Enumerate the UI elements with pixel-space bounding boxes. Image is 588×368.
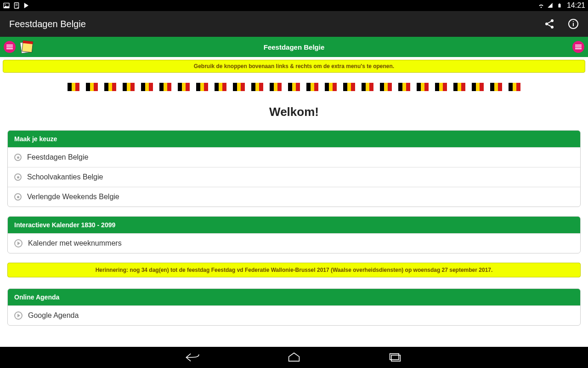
svg-point-1 xyxy=(5,4,6,5)
calendar-icon xyxy=(18,39,35,55)
belgium-flag-icon xyxy=(215,83,226,91)
section-online-agenda: Online Agenda Google Agenda xyxy=(7,288,581,326)
belgium-flag-icon xyxy=(159,83,171,91)
belgium-flag-icon xyxy=(123,83,135,91)
section-header: Maak je keuze xyxy=(8,131,580,147)
belgium-flag-icon xyxy=(251,83,263,91)
status-clock: 14:21 xyxy=(567,1,585,10)
svg-point-10 xyxy=(573,21,574,22)
menu-right-button[interactable] xyxy=(572,41,584,53)
play-store-icon xyxy=(23,2,30,9)
belgium-flag-icon xyxy=(417,83,429,91)
signal-icon xyxy=(547,2,554,9)
belgium-flag-icon xyxy=(435,83,447,91)
list-item-label: Google Agenda xyxy=(28,311,79,320)
belgium-flag-icon xyxy=(380,83,392,91)
belgium-flag-icon xyxy=(306,83,318,91)
bullet-icon xyxy=(14,193,22,201)
list-item-kalender-weeknummers[interactable]: Kalender met weeknummers xyxy=(8,233,580,253)
arrow-icon xyxy=(14,311,23,320)
image-icon xyxy=(3,2,10,9)
list-item-label: Verlengde Weekends Belgie xyxy=(27,193,119,201)
list-item-schoolvakanties[interactable]: Schoolvakanties Belgie xyxy=(8,167,580,187)
belgium-flag-icon xyxy=(343,83,355,91)
section-interactieve-kalender: Interactieve Kalender 1830 - 2099 Kalend… xyxy=(7,216,581,253)
info-icon[interactable] xyxy=(568,18,579,29)
section-header: Interactieve Kalender 1830 - 2099 xyxy=(8,217,580,233)
belgium-flag-icon xyxy=(196,83,208,91)
belgium-flag-icon xyxy=(362,83,373,91)
hint-bar: Gebruik de knoppen bovenaan links & rech… xyxy=(3,60,585,73)
belgium-flag-icon xyxy=(509,83,520,91)
home-button[interactable] xyxy=(285,351,303,364)
belgium-flag-icon xyxy=(68,83,79,91)
list-item-label: Feestdagen Belgie xyxy=(27,153,88,161)
page-title: Feestdagen Belgie xyxy=(264,43,325,51)
bullet-icon xyxy=(14,173,22,181)
document-icon xyxy=(13,2,20,9)
list-item-label: Schoolvakanties Belgie xyxy=(27,173,103,181)
welcome-heading: Welkom! xyxy=(0,105,588,119)
page-header: Feestdagen Belgie xyxy=(0,37,588,57)
belgium-flag-icon xyxy=(141,83,153,91)
flag-strip xyxy=(0,83,588,91)
svg-point-5 xyxy=(551,19,554,22)
list-item-google-agenda[interactable]: Google Agenda xyxy=(8,305,580,325)
menu-left-button[interactable] xyxy=(4,41,16,53)
wifi-icon xyxy=(537,2,545,9)
back-button[interactable] xyxy=(184,351,202,364)
belgium-flag-icon xyxy=(490,83,502,91)
list-item-feestdagen[interactable]: Feestdagen Belgie xyxy=(8,147,580,167)
recent-apps-button[interactable] xyxy=(386,351,404,364)
app-content: Feestdagen Belgie Gebruik de knoppen bov… xyxy=(0,37,588,347)
app-title: Feestdagen Belgie xyxy=(9,19,86,29)
svg-rect-4 xyxy=(559,3,560,4)
app-action-bar: Feestdagen Belgie xyxy=(0,11,588,37)
belgium-flag-icon xyxy=(453,83,465,91)
belgium-flag-icon xyxy=(233,83,245,91)
belgium-flag-icon xyxy=(325,83,337,91)
belgium-flag-icon xyxy=(86,83,98,91)
belgium-flag-icon xyxy=(270,83,282,91)
android-status-bar: 14:21 xyxy=(0,0,588,11)
belgium-flag-icon xyxy=(178,83,190,91)
hint-text: Gebruik de knoppen bovenaan links & rech… xyxy=(194,63,394,69)
list-item-label: Kalender met weeknummers xyxy=(28,239,122,247)
share-icon[interactable] xyxy=(544,18,555,29)
arrow-icon xyxy=(14,239,23,247)
svg-point-6 xyxy=(545,23,548,25)
svg-rect-3 xyxy=(558,4,560,8)
belgium-flag-icon xyxy=(398,83,410,91)
reminder-bar: Herinnering: nog 34 dag(en) tot de feest… xyxy=(7,263,581,277)
belgium-flag-icon xyxy=(104,83,116,91)
belgium-flag-icon xyxy=(288,83,300,91)
section-header: Online Agenda xyxy=(8,289,580,305)
bullet-icon xyxy=(14,154,22,161)
reminder-text: Herinnering: nog 34 dag(en) tot de feest… xyxy=(96,267,493,273)
android-nav-bar xyxy=(0,347,588,368)
list-item-verlengde-weekends[interactable]: Verlengde Weekends Belgie xyxy=(8,187,580,207)
section-maak-je-keuze: Maak je keuze Feestdagen Belgie Schoolva… xyxy=(7,130,581,207)
battery-icon xyxy=(556,2,563,9)
svg-point-7 xyxy=(551,26,554,29)
belgium-flag-icon xyxy=(472,83,484,91)
